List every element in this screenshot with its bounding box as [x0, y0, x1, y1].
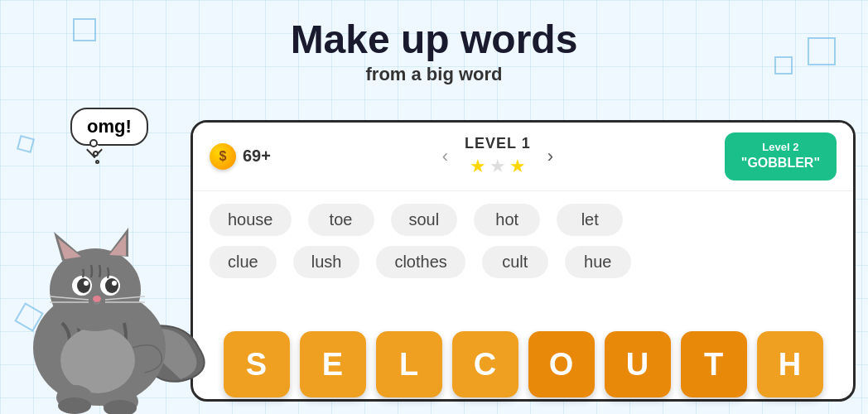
svg-point-2	[50, 248, 141, 331]
page-subtitle: from a big word	[0, 64, 868, 85]
svg-point-9	[77, 278, 90, 293]
tile-C[interactable]: C	[452, 331, 518, 397]
svg-point-12	[112, 281, 117, 286]
coin-count: 69+	[243, 147, 271, 166]
tile-U[interactable]: U	[605, 331, 671, 397]
nav-right-arrow[interactable]: ›	[543, 142, 557, 171]
tiles-row: S E L C O U T H	[190, 331, 856, 397]
word-lush[interactable]: lush	[293, 246, 360, 278]
svg-point-11	[84, 281, 89, 286]
tile-H[interactable]: H	[757, 331, 823, 397]
star-1: ★	[470, 156, 486, 177]
word-house[interactable]: house	[210, 204, 292, 236]
top-bar: $ 69+ ‹ LEVEL 1 ★ ★ ★ › Level 2 "GOBBLER…	[193, 123, 853, 191]
word-cult[interactable]: cult	[482, 246, 548, 278]
word-clue[interactable]: clue	[210, 246, 277, 278]
tile-T[interactable]: T	[681, 331, 747, 397]
tile-O[interactable]: O	[528, 331, 595, 397]
star-2: ★	[489, 156, 506, 177]
level-center: ‹ LEVEL 1 ★ ★ ★ ›	[438, 135, 557, 177]
stars-row: ★ ★ ★	[465, 156, 531, 177]
coin-area: $ 69+	[210, 143, 271, 170]
bubble-dot-3	[95, 160, 99, 164]
next-level-label: Level 2	[741, 141, 820, 155]
next-level-name: "GOBBLER"	[741, 155, 820, 172]
speech-bubble: omg!	[70, 108, 148, 146]
cat-illustration	[0, 149, 207, 414]
words-area: house toe soul hot let clue lush clothes…	[193, 191, 853, 291]
next-level-button[interactable]: Level 2 "GOBBLER"	[725, 132, 837, 181]
bubble-dot-2	[93, 151, 99, 156]
svg-point-10	[105, 278, 118, 293]
tile-L[interactable]: L	[376, 331, 442, 397]
words-row-1: house toe soul hot let	[210, 204, 837, 236]
page-title: Make up words	[0, 17, 868, 62]
coin-icon: $	[210, 143, 236, 170]
word-clothes[interactable]: clothes	[376, 246, 465, 278]
header: Make up words from a big word	[0, 17, 868, 85]
speech-bubble-text: omg!	[87, 116, 132, 137]
svg-point-1	[60, 327, 135, 393]
svg-marker-6	[109, 234, 126, 256]
bubble-dot-1	[89, 139, 98, 147]
word-soul[interactable]: soul	[391, 204, 458, 236]
level-label: LEVEL 1	[465, 135, 531, 152]
tile-S[interactable]: S	[224, 331, 290, 397]
bubble-dots	[89, 139, 99, 164]
words-row-2: clue lush clothes cult hue	[210, 246, 837, 278]
svg-point-20	[58, 397, 91, 414]
level-info: LEVEL 1 ★ ★ ★	[465, 135, 531, 177]
word-hue[interactable]: hue	[565, 246, 631, 278]
tile-E[interactable]: E	[300, 331, 366, 397]
nav-left-arrow[interactable]: ‹	[438, 142, 452, 171]
word-hot[interactable]: hot	[474, 204, 540, 236]
star-3: ★	[509, 156, 526, 177]
word-let[interactable]: let	[557, 204, 623, 236]
word-toe[interactable]: toe	[308, 204, 374, 236]
